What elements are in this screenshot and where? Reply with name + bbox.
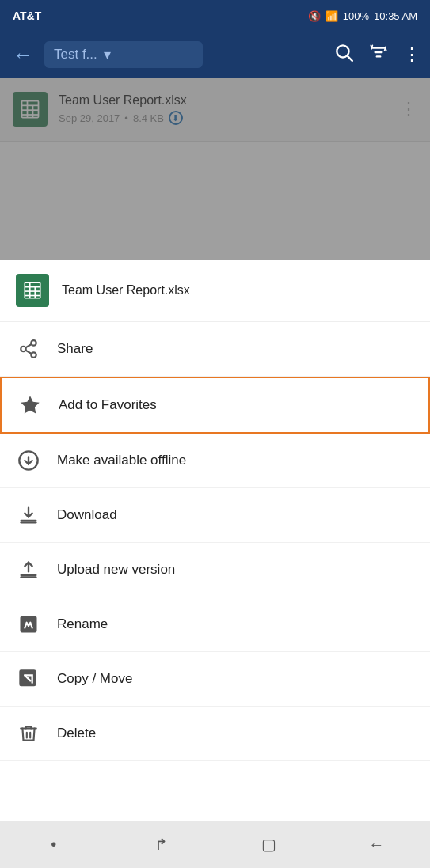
nav-home-icon[interactable]: ▢	[249, 828, 288, 860]
nav-icons: ⋮	[333, 42, 420, 67]
svg-line-20	[25, 351, 31, 354]
delete-label: Delete	[57, 726, 96, 741]
share-icon	[16, 336, 41, 362]
nav-back-icon[interactable]: ←	[356, 828, 396, 860]
menu-item-upload-new-version[interactable]: Upload new version	[0, 543, 430, 597]
copy-move-icon	[16, 666, 41, 692]
menu-header: Team User Report.xlsx	[0, 260, 430, 322]
download-label: Download	[57, 507, 117, 523]
navigation-bar: ← Test f... ▾ ⋮	[0, 32, 430, 78]
nav-dot-icon[interactable]: •	[34, 828, 74, 860]
make-offline-label: Make available offline	[57, 453, 186, 468]
svg-marker-22	[21, 396, 39, 413]
mute-icon: 🔇	[308, 10, 321, 22]
battery-label: 100%	[343, 10, 369, 22]
nav-recent-icon[interactable]: ↱	[142, 828, 181, 860]
rename-label: Rename	[57, 616, 108, 632]
menu-item-delete[interactable]: Delete	[0, 707, 430, 761]
menu-item-make-offline[interactable]: Make available offline	[0, 434, 430, 488]
context-menu: Team User Report.xlsx Share Add to Favor…	[0, 260, 430, 821]
time-label: 10:35 AM	[374, 10, 417, 22]
star-icon	[17, 392, 43, 418]
status-bar: AT&T 🔇 📶 100% 10:35 AM	[0, 0, 430, 32]
svg-line-21	[25, 344, 31, 347]
search-icon[interactable]	[333, 42, 354, 67]
signal-icon: 📶	[325, 10, 338, 22]
status-bar-right: 🔇 📶 100% 10:35 AM	[308, 10, 417, 22]
folder-title: Test f...	[54, 47, 97, 63]
share-label: Share	[57, 341, 93, 357]
dim-overlay	[0, 78, 430, 260]
delete-icon	[16, 721, 41, 746]
folder-title-container[interactable]: Test f... ▾	[44, 41, 203, 68]
menu-header-title: Team User Report.xlsx	[62, 283, 190, 298]
upload-new-version-label: Upload new version	[57, 562, 175, 578]
back-button[interactable]: ←	[10, 40, 36, 70]
upload-icon	[16, 557, 41, 582]
more-options-icon[interactable]: ⋮	[403, 44, 420, 65]
add-to-favorites-label: Add to Favorites	[59, 397, 157, 413]
menu-header-file-icon	[16, 274, 49, 307]
menu-item-download[interactable]: Download	[0, 488, 430, 543]
offline-icon	[16, 448, 41, 473]
bottom-navigation: • ↱ ▢ ←	[0, 821, 430, 868]
download-icon	[16, 502, 41, 528]
chevron-down-icon: ▾	[104, 46, 111, 63]
menu-item-copy-move[interactable]: Copy / Move	[0, 652, 430, 707]
menu-item-rename[interactable]: Rename	[0, 597, 430, 652]
sort-icon[interactable]	[368, 42, 389, 67]
copy-move-label: Copy / Move	[57, 671, 132, 687]
carrier-label: AT&T	[13, 9, 41, 22]
svg-line-1	[348, 56, 352, 61]
menu-item-add-to-favorites[interactable]: Add to Favorites	[0, 377, 430, 434]
menu-item-share[interactable]: Share	[0, 322, 430, 377]
rename-icon	[16, 612, 41, 637]
